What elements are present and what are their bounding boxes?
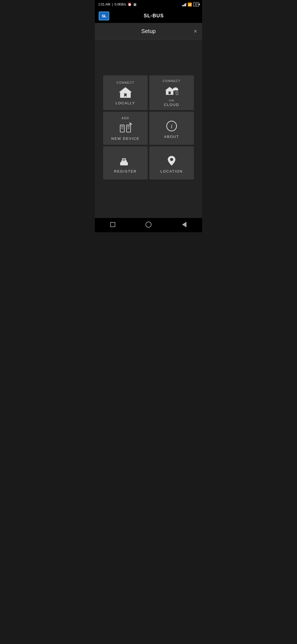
svg-point-22 [130,124,131,124]
via-label: VIA [169,99,174,102]
info-circle-icon: i [163,119,180,133]
svg-rect-6 [125,96,126,97]
add-device-tile[interactable]: ADD [103,112,148,145]
register-doc-icon [117,154,134,168]
svg-point-31 [170,158,173,161]
connect-cloud-label-bottom: CLOUD [164,103,179,107]
status-right: 📶 32 [182,2,199,7]
setup-title: Setup [141,28,156,34]
back-icon [182,222,186,227]
app-logo: SL [99,12,109,20]
status-left: 1:01 AM | 0.0KB/s ⏰ ▦ [98,2,136,6]
add-device-label-bottom: NEW DEVICE [111,137,139,141]
svg-line-13 [174,90,176,92]
svg-rect-21 [127,129,130,129]
svg-rect-20 [127,127,130,128]
svg-point-10 [173,88,176,91]
location-tile[interactable]: LOCATION [149,146,194,179]
home-icon [145,222,152,228]
battery-level: 32 [194,3,198,6]
svg-rect-17 [121,129,123,129]
app-header: SL SL-BUS [95,9,202,23]
back-button[interactable] [180,221,188,228]
app-title: SL-BUS [109,13,198,19]
setup-header: Setup × [95,23,202,40]
about-label-bottom: ABOUT [164,135,179,139]
network-speed: | [112,2,113,6]
menu-grid: CONNECT L [103,75,194,179]
content-area: CONNECT L [95,40,202,218]
logo-text: SL [101,13,106,18]
alarm-icon: ⏰ [128,2,132,6]
house-local-icon [117,86,134,99]
network-speed-value: 0.0KB/s [114,2,126,6]
add-device-label-top: ADD [122,116,129,120]
connect-cloud-labels: VIA CLOUD [164,99,179,107]
svg-rect-3 [125,94,126,96]
nav-bar [95,218,202,232]
house-cloud-icon [163,84,180,98]
recent-apps-icon [110,222,115,227]
time-display: 1:01 AM [98,2,110,6]
connect-locally-tile[interactable]: CONNECT L [103,75,148,110]
map-pin-icon [163,154,180,168]
svg-rect-8 [168,91,171,94]
battery-indicator: 32 [193,2,199,7]
setup-panel: Setup × CONNECT [95,23,202,218]
svg-rect-19 [127,126,130,127]
recent-apps-button[interactable] [109,221,117,228]
register-tile[interactable]: REGISTER [103,146,148,179]
location-label-bottom: LOCATION [160,169,183,173]
svg-rect-15 [121,126,123,127]
register-label-bottom: REGISTER [114,169,137,173]
signal-icon [182,2,186,6]
svg-text:i: i [171,123,172,130]
connect-cloud-tile[interactable]: CONNECT [149,75,194,110]
home-button[interactable] [145,221,152,228]
status-bar: 1:01 AM | 0.0KB/s ⏰ ▦ 📶 32 [95,0,202,9]
wifi-icon: 📶 [188,2,192,7]
connect-locally-label-top: CONNECT [117,81,134,84]
connect-locally-label-bottom: LOCALLY [116,101,135,105]
connect-cloud-label-top: CONNECT [163,79,181,83]
close-button[interactable]: × [194,28,197,34]
about-tile[interactable]: i ABOUT [149,112,194,145]
svg-rect-12 [176,92,178,95]
device-wifi-icon [117,121,134,135]
svg-point-11 [176,89,178,91]
svg-rect-16 [121,127,123,128]
calendar-icon: ▦ [133,2,136,6]
